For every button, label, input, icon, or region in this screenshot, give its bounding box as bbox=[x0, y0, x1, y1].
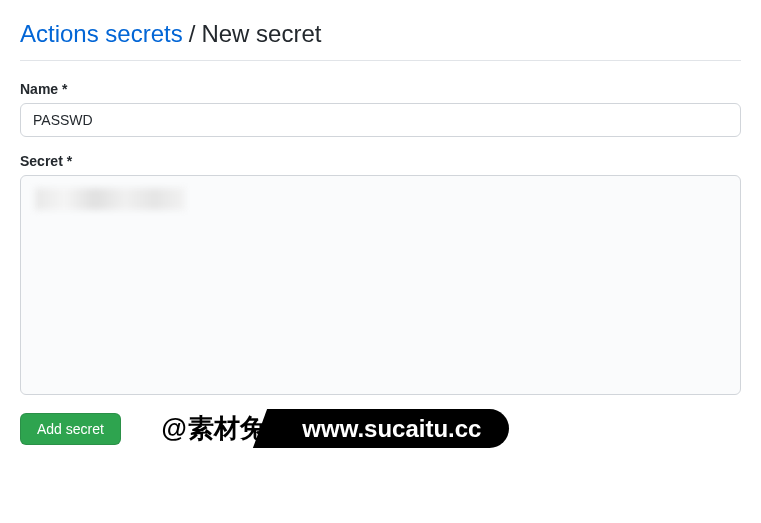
redacted-secret-value bbox=[35, 188, 185, 210]
page-title: New secret bbox=[201, 20, 321, 48]
breadcrumb-separator: / bbox=[189, 20, 196, 48]
page-header: Actions secrets / New secret bbox=[20, 20, 741, 61]
name-field-group: Name * bbox=[20, 81, 741, 137]
name-input[interactable] bbox=[20, 103, 741, 137]
secret-textarea[interactable] bbox=[20, 175, 741, 395]
name-label: Name * bbox=[20, 81, 741, 97]
secret-label: Secret * bbox=[20, 153, 741, 169]
add-secret-button[interactable]: Add secret bbox=[20, 413, 121, 445]
watermark-pill: www.sucaitu.cc bbox=[278, 415, 509, 443]
secret-field-group: Secret * bbox=[20, 153, 741, 395]
footer-row: Add secret @ 素材兔 www.sucaitu.cc bbox=[20, 411, 741, 446]
watermark: @ 素材兔 www.sucaitu.cc bbox=[161, 411, 510, 446]
actions-secrets-link[interactable]: Actions secrets bbox=[20, 20, 183, 48]
watermark-at-symbol: @ bbox=[161, 413, 186, 444]
watermark-url: www.sucaitu.cc bbox=[278, 409, 509, 448]
